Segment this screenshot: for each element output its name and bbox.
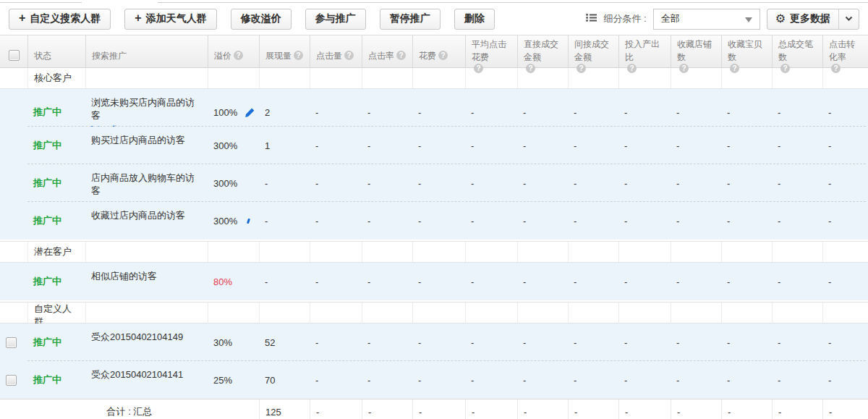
more-data-button[interactable]: ⚙ 更多数据 bbox=[767, 9, 859, 30]
help-icon[interactable]: ? bbox=[344, 51, 354, 60]
footer-metric-value: - bbox=[419, 407, 422, 418]
metric-value: - bbox=[778, 375, 780, 386]
metric-value: - bbox=[624, 178, 627, 189]
pause-promotion-button[interactable]: 暂停推广 bbox=[380, 9, 441, 30]
metric-cell: - bbox=[568, 202, 618, 240]
filter-select[interactable]: 全部 bbox=[653, 9, 760, 30]
tab-edge-line-right bbox=[158, 2, 868, 3]
toolbar-filters: 细分条件 : 全部 ⚙ 更多数据 bbox=[586, 9, 859, 30]
help-icon[interactable]: ? bbox=[234, 51, 243, 60]
metric-value: - bbox=[574, 375, 576, 386]
metric-cell: - bbox=[671, 323, 721, 361]
metric-value: - bbox=[471, 216, 474, 227]
metric-cell: - bbox=[671, 202, 721, 240]
metric-cell: - bbox=[822, 127, 868, 164]
modify-premium-button[interactable]: 修改溢价 bbox=[231, 9, 292, 30]
premium-cell: 25% bbox=[208, 361, 259, 399]
metric-cell: - bbox=[671, 164, 721, 202]
metric-cell: - bbox=[362, 127, 412, 164]
more-data-label: 更多数据 bbox=[790, 12, 830, 25]
group-cell bbox=[772, 242, 822, 262]
metric-cell: - bbox=[465, 202, 517, 240]
add-weather-audience-button[interactable]: + 添加天气人群 bbox=[124, 9, 216, 30]
metric-value: - bbox=[367, 337, 370, 348]
footer-metric-cell: - bbox=[671, 399, 721, 419]
metric-value: - bbox=[828, 337, 831, 348]
edit-premium-icon[interactable] bbox=[244, 107, 255, 118]
metric-value: - bbox=[574, 337, 576, 348]
metric-value: - bbox=[523, 375, 526, 386]
metric-value: - bbox=[367, 140, 370, 151]
column-label: 收藏宝贝数 bbox=[728, 38, 766, 64]
table-footer-row: 合计 : 汇总125----------- bbox=[0, 399, 868, 419]
help-icon[interactable]: ? bbox=[438, 51, 448, 60]
row-checkbox[interactable] bbox=[6, 375, 17, 386]
filter-select-value: 全部 bbox=[661, 12, 680, 25]
metric-cell: - bbox=[568, 323, 618, 361]
group-cell bbox=[208, 242, 259, 262]
metric-cell: - bbox=[412, 361, 465, 399]
metric-cell: - bbox=[618, 127, 671, 164]
metric-value: - bbox=[828, 140, 831, 151]
custom-search-audience-button[interactable]: + 自定义搜索人群 bbox=[9, 9, 111, 30]
metric-value: - bbox=[471, 276, 474, 287]
metric-value: - bbox=[727, 337, 730, 348]
group-cell bbox=[772, 68, 822, 88]
row-select-cell bbox=[0, 323, 27, 361]
group-cell bbox=[412, 68, 465, 88]
footer-metric-value: - bbox=[728, 407, 731, 418]
metric-value: - bbox=[574, 216, 576, 227]
help-icon[interactable]: ? bbox=[396, 51, 406, 60]
metric-cell: - bbox=[772, 263, 822, 300]
metric-cell: - bbox=[362, 164, 412, 202]
metric-value: - bbox=[778, 337, 780, 348]
status-badge: 推广中 bbox=[33, 106, 61, 119]
group-cell bbox=[362, 242, 412, 262]
more-data-main[interactable]: ⚙ 更多数据 bbox=[767, 9, 838, 29]
metric-cell: - bbox=[412, 263, 465, 300]
metric-cell: - bbox=[721, 202, 772, 240]
audience-management-screen: + 自定义搜索人群 + 添加天气人群 修改溢价 参与推广 暂停推广 删除 bbox=[0, 0, 868, 419]
premium-value: 300% bbox=[213, 140, 237, 151]
gear-icon: ⚙ bbox=[775, 13, 786, 25]
metric-value: - bbox=[676, 276, 679, 287]
delete-button[interactable]: 删除 bbox=[454, 9, 495, 30]
premium-cell: 300% bbox=[208, 202, 259, 240]
impressions-cell: - bbox=[259, 263, 310, 300]
metric-cell: - bbox=[517, 202, 568, 240]
group-cell bbox=[259, 242, 310, 262]
group-cell bbox=[259, 68, 310, 88]
metric-value: - bbox=[727, 178, 730, 189]
premium-value: 300% bbox=[213, 178, 237, 189]
group-row: 潜在客户 bbox=[0, 241, 868, 263]
metric-cell: - bbox=[618, 361, 671, 399]
status-badge: 推广中 bbox=[33, 336, 61, 349]
audience-name-cell: 购买过店内商品的访客 bbox=[85, 127, 208, 164]
group-cell bbox=[671, 68, 721, 88]
footer-metric-value: - bbox=[316, 407, 319, 418]
row-checkbox[interactable] bbox=[6, 337, 17, 348]
metric-value: - bbox=[367, 107, 370, 118]
metric-value: - bbox=[418, 140, 421, 151]
footer-metric-cell: - bbox=[310, 399, 362, 419]
column-label: 点击量 bbox=[316, 49, 342, 62]
metric-cell: - bbox=[721, 263, 772, 300]
metric-value: - bbox=[418, 178, 421, 189]
audience-name: 购买过店内商品的访客 bbox=[91, 134, 185, 147]
metric-cell: - bbox=[465, 361, 517, 399]
group-cell bbox=[568, 68, 618, 88]
metric-value: - bbox=[778, 107, 780, 118]
metric-cell: - bbox=[772, 361, 822, 399]
group-row: 核心客户 bbox=[0, 68, 868, 89]
plus-icon: + bbox=[135, 12, 141, 24]
help-icon[interactable]: ? bbox=[294, 51, 303, 60]
metric-value: - bbox=[315, 178, 318, 189]
join-promotion-button[interactable]: 参与推广 bbox=[305, 9, 366, 30]
premium-cell: 300% bbox=[208, 127, 259, 164]
impressions-value: 70 bbox=[265, 375, 275, 386]
premium-value: 80% bbox=[213, 276, 232, 287]
more-data-caret[interactable] bbox=[838, 9, 859, 29]
select-all-checkbox[interactable] bbox=[9, 50, 20, 61]
metric-value: - bbox=[574, 276, 576, 287]
metric-value: - bbox=[367, 375, 370, 386]
